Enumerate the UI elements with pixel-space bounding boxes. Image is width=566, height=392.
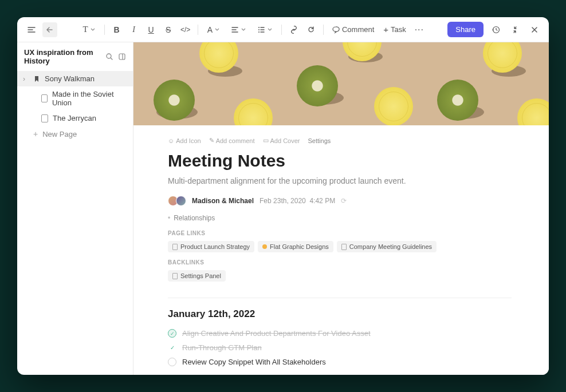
dot-icon — [262, 244, 267, 249]
add-comment-button[interactable]: ✎ Add comment — [209, 137, 255, 144]
align-dropdown[interactable] — [226, 23, 250, 36]
code-button[interactable]: </> — [178, 22, 193, 37]
link-button[interactable] — [286, 22, 301, 37]
task-button[interactable]: + Task — [380, 22, 410, 37]
date-text: Feb 23th, 2020 4:42 PM — [260, 197, 335, 205]
doc-icon — [41, 114, 48, 122]
sidebar-item-label: Sony Walkman — [45, 74, 95, 83]
task-text: Align Creative And Product Departments F… — [182, 329, 371, 338]
sidebar-title: UX inspiration from History — [24, 48, 105, 65]
history-icon[interactable] — [488, 22, 503, 37]
date-heading[interactable]: January 12th, 2022 — [168, 308, 512, 320]
task-text: Run-Through GTM Plan — [182, 343, 262, 352]
page-subtitle[interactable]: Multi-department alignment for the upcom… — [168, 176, 512, 185]
task-item[interactable]: ✓ Align Creative And Product Departments… — [168, 329, 512, 338]
divider — [168, 298, 512, 298]
italic-button[interactable]: I — [127, 22, 142, 37]
page-link-chip[interactable]: Flat Graphic Designs — [258, 241, 333, 252]
sync-icon[interactable]: ⟳ — [341, 197, 347, 205]
author-names[interactable]: Madison & Michael — [192, 197, 254, 205]
add-cover-button[interactable]: ▭ Add Cover — [263, 137, 300, 144]
back-button[interactable] — [42, 22, 57, 37]
settings-link[interactable]: Settings — [308, 137, 331, 144]
more-icon[interactable]: ··· — [412, 22, 427, 37]
avatars[interactable] — [168, 196, 186, 206]
reset-button[interactable] — [304, 22, 319, 37]
svg-point-2 — [258, 31, 260, 33]
text-style-dropdown[interactable]: T — [78, 22, 99, 37]
panel-icon[interactable] — [118, 53, 126, 61]
sidebar-item-soviet-union[interactable]: Made in the Soviet Union — [17, 86, 133, 110]
page-link-chip[interactable]: Product Launch Strategy — [168, 241, 254, 252]
menu-icon[interactable] — [24, 22, 39, 37]
sidebar-item-label: Made in the Soviet Union — [52, 90, 126, 107]
sidebar: UX inspiration from History Sony Walkman… — [17, 42, 133, 375]
doc-icon — [41, 94, 48, 102]
checkbox-done-icon[interactable]: ✓ — [168, 329, 176, 338]
bold-button[interactable]: B — [109, 22, 124, 37]
font-color-dropdown[interactable]: A — [203, 23, 224, 37]
comment-button[interactable]: Comment — [328, 23, 378, 36]
search-icon[interactable] — [105, 53, 113, 61]
sidebar-item-sony-walkman[interactable]: Sony Walkman — [17, 71, 133, 86]
sidebar-item-label: The Jerrycan — [53, 114, 96, 122]
task-text: Review Copy Snippet With All Stakeholder… — [182, 358, 326, 366]
svg-point-1 — [258, 29, 260, 30]
share-button[interactable]: Share — [447, 22, 484, 37]
toolbar: T B I U S </> A — [17, 17, 549, 42]
checkbox-partial-icon[interactable]: ✓ — [168, 343, 176, 352]
relationships-row[interactable]: • Relationships — [168, 214, 512, 222]
strikethrough-button[interactable]: S — [161, 22, 176, 37]
list-dropdown[interactable] — [253, 23, 277, 36]
new-page-label: New Page — [42, 130, 77, 138]
svg-rect-5 — [119, 54, 125, 60]
bookmark-icon — [33, 76, 40, 82]
checkbox-open-icon[interactable] — [168, 358, 176, 366]
page-link-chip[interactable]: Company Meeting Guidelines — [337, 241, 437, 252]
svg-point-0 — [258, 27, 260, 28]
task-item[interactable]: Review Copy Snippet With All Stakeholder… — [168, 358, 512, 366]
close-icon[interactable] — [527, 22, 542, 37]
avatar — [176, 196, 186, 206]
add-icon-button[interactable]: ☺ Add Icon — [168, 137, 201, 144]
sidebar-item-jerrycan[interactable]: The Jerrycan — [17, 110, 133, 126]
doc-icon — [172, 273, 178, 279]
app-window: T B I U S </> A — [17, 17, 549, 375]
collapse-icon[interactable] — [508, 22, 522, 37]
underline-button[interactable]: U — [144, 22, 159, 37]
backlink-chip[interactable]: Settings Panel — [168, 270, 226, 282]
doc-icon — [341, 244, 347, 250]
author-row: Madison & Michael Feb 23th, 2020 4:42 PM… — [168, 196, 512, 206]
main-content: ☺ Add Icon ✎ Add comment ▭ Add Cover Set… — [133, 42, 549, 375]
doc-icon — [172, 244, 178, 250]
page-title[interactable]: Meeting Notes — [168, 151, 512, 171]
cover-image[interactable] — [133, 42, 549, 125]
backlinks-label: BACKLINKS — [168, 259, 512, 266]
task-item[interactable]: ✓ Run-Through GTM Plan — [168, 343, 512, 352]
new-page-button[interactable]: + New Page — [17, 126, 133, 142]
page-links-label: PAGE LINKS — [168, 230, 512, 236]
